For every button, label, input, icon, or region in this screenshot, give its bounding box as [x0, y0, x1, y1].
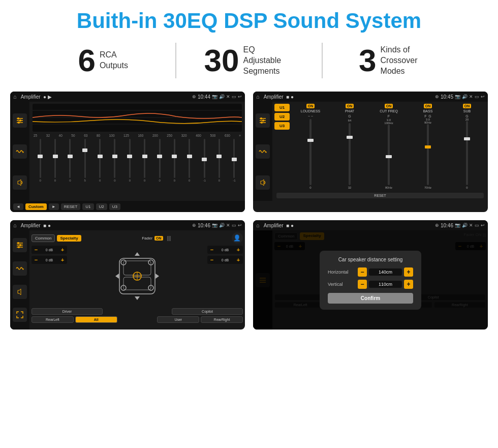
eq-slider-2[interactable]: 0	[64, 139, 77, 182]
eq-slider-7[interactable]: 0	[138, 139, 151, 182]
ch-bass-on[interactable]: ON	[424, 104, 432, 108]
common-tab[interactable]: Common	[32, 234, 55, 242]
db-minus-rl[interactable]: −	[33, 257, 39, 263]
time-dialog: 10:46	[441, 223, 453, 228]
db-control-rr: − 0 dB +	[207, 256, 243, 264]
window-icon-eq: ▭	[232, 94, 236, 99]
eq-slider-10[interactable]: 0	[183, 139, 196, 182]
speaker-bottom-btns-2: RearLeft All User RearRight	[32, 316, 243, 323]
ch-loudness-slider[interactable]	[292, 119, 329, 185]
volume-icon-crossover: 🔊	[462, 94, 468, 99]
svg-marker-34	[135, 252, 140, 256]
db-plus-rl[interactable]: +	[59, 257, 66, 263]
confirm-button[interactable]: Confirm	[328, 293, 413, 304]
ch-cutfreq-slider[interactable]	[370, 125, 408, 185]
db-minus-fl[interactable]: −	[33, 247, 39, 253]
eq-sidebar	[10, 102, 29, 201]
vertical-plus-btn[interactable]: +	[404, 280, 413, 289]
db-plus-rr[interactable]: +	[235, 257, 241, 263]
eq-slider-1[interactable]: 0	[48, 139, 61, 182]
crossover-eq-icon[interactable]	[256, 113, 270, 128]
vertical-minus-btn[interactable]: −	[358, 280, 367, 289]
eq-slider-11[interactable]: -1	[198, 139, 211, 182]
speaker-layout-area: − 0 dB + − 0 dB +	[32, 246, 243, 307]
crossover-wave-icon[interactable]	[256, 144, 270, 159]
eq-custom-btn[interactable]: Custom	[25, 203, 47, 210]
rearright-btn[interactable]: RearRight	[201, 316, 243, 323]
eq-next-btn[interactable]: ►	[49, 203, 59, 210]
fader-on-badge[interactable]: ON	[154, 236, 163, 241]
time-eq: 10:44	[198, 94, 210, 100]
window-icon-crossover: ▭	[475, 94, 479, 99]
speaker-wave-icon[interactable]	[13, 261, 27, 276]
spacer1	[104, 308, 170, 315]
crossover-speaker-icon[interactable]	[256, 175, 270, 190]
specialty-tab[interactable]: Specialty	[57, 235, 81, 242]
driver-btn[interactable]: Driver	[32, 308, 103, 315]
db-val-rl: 0 dB	[40, 258, 58, 262]
eq-slider-9[interactable]: 0	[168, 139, 181, 182]
screen-crossover: ⌂ Amplifier ■ ● ⊕ 10:45 📷 🔊 ✕ ▭ ↩	[253, 92, 488, 212]
screenshots-grid: ⌂ Amplifier ● ▶ ⊕ 10:44 📷 🔊 ✕ ▭ ↩	[0, 86, 498, 340]
crossover-reset-btn[interactable]: RESET	[276, 193, 484, 198]
horizontal-minus-btn[interactable]: −	[358, 267, 367, 277]
back-icon-eq: ↩	[238, 94, 242, 99]
ch-bass-slider[interactable]	[409, 124, 447, 185]
ch-sub-slider[interactable]	[448, 121, 486, 185]
eq-reset-btn[interactable]: RESET	[61, 203, 81, 210]
close-icon-eq: ✕	[226, 94, 230, 99]
close-icon-crossover: ✕	[469, 94, 473, 99]
eq-slider-6[interactable]: 0	[123, 139, 136, 182]
u1-btn[interactable]: U1	[274, 104, 290, 111]
status-bar-dialog: ⌂ Amplifier ■ ● ⊕ 10:46 📷 🔊 ✕ ▭ ↩	[253, 220, 488, 230]
status-icons-speaker: ⊕ 10:46 📷 🔊 ✕ ▭ ↩	[192, 223, 242, 228]
copilot-btn[interactable]: Copilot	[172, 308, 243, 315]
eq-slider-4[interactable]: 0	[93, 139, 106, 182]
crossover-channels: ON LOUDNESS ~ ~ 0 ON	[292, 102, 488, 190]
ch-phat-on[interactable]: ON	[346, 104, 354, 108]
horizontal-plus-btn[interactable]: +	[404, 267, 413, 277]
ch-loudness: ON LOUDNESS ~ ~ 0	[292, 104, 329, 189]
speaker-eq-icon[interactable]	[13, 238, 27, 252]
eq-sidebar-speaker-icon[interactable]	[13, 175, 27, 190]
screen-speaker: ⌂ Amplifier ■ ● ⊕ 10:46 📷 🔊 ✕ ▭ ↩	[10, 220, 245, 330]
eq-u3-btn[interactable]: U3	[109, 203, 120, 210]
eq-slider-0[interactable]: 0	[34, 139, 47, 182]
db-minus-fr[interactable]: −	[209, 247, 215, 253]
eq-slider-5[interactable]: 0	[108, 139, 121, 182]
eq-slider-13[interactable]: -1	[228, 139, 241, 182]
eq-sidebar-wave-icon[interactable]	[13, 144, 27, 159]
eq-u1-btn[interactable]: U1	[82, 203, 94, 210]
ch-loudness-on[interactable]: ON	[306, 104, 315, 108]
eq-prev-btn[interactable]: ◄	[13, 203, 23, 210]
ch-phat-slider[interactable]	[331, 123, 368, 185]
eq-slider-12[interactable]: 0	[212, 139, 226, 182]
location-icon-dialog: ⊕	[435, 223, 439, 228]
all-btn[interactable]: All	[75, 316, 117, 323]
eq-u2-btn[interactable]: U2	[96, 203, 107, 210]
eq-slider-3[interactable]: 5	[78, 139, 91, 182]
db-plus-fr[interactable]: +	[235, 247, 241, 253]
rearleft-btn[interactable]: RearLeft	[32, 316, 74, 323]
eq-slider-8[interactable]: 0	[153, 139, 166, 182]
time-speaker: 10:46	[198, 223, 210, 228]
stat-eq: 30 EQ AdjustableSegments	[176, 45, 321, 76]
crossover-sidebar	[253, 102, 272, 201]
ch-cutfreq-on[interactable]: ON	[385, 104, 393, 108]
close-icon-dialog: ✕	[469, 223, 473, 228]
db-minus-rr[interactable]: −	[209, 257, 215, 263]
speaker-expand-icon[interactable]	[13, 308, 27, 322]
u2-btn[interactable]: U2	[274, 113, 290, 121]
user-btn[interactable]: User	[157, 316, 199, 323]
screen-eq: ⌂ Amplifier ● ▶ ⊕ 10:44 📷 🔊 ✕ ▭ ↩	[10, 92, 245, 212]
speaker-speaker-icon[interactable]	[13, 285, 27, 299]
ch-sub-on[interactable]: ON	[463, 104, 472, 108]
speaker-right-panel: − 0 dB + − 0 dB +	[207, 246, 243, 307]
stat-number-eq: 30	[204, 45, 239, 76]
u3-btn[interactable]: U3	[274, 122, 290, 130]
stat-crossover: 3 Kinds ofCrossover Modes	[323, 45, 468, 76]
eq-sidebar-eq-icon[interactable]	[13, 113, 27, 128]
stat-label-crossover: Kinds ofCrossover Modes	[381, 45, 431, 76]
db-plus-fl[interactable]: +	[59, 247, 66, 253]
db-control-rl: − 0 dB +	[32, 256, 67, 264]
